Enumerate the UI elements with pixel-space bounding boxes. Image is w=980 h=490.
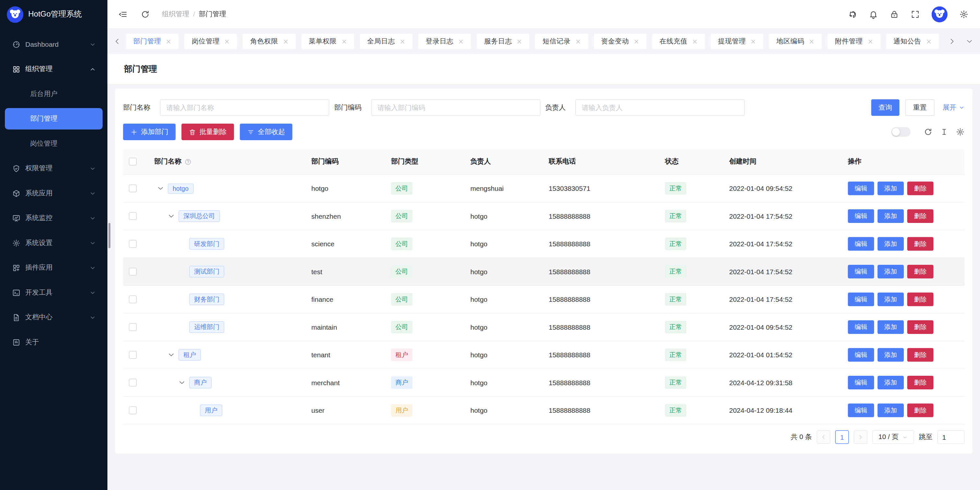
department-name-tag[interactable]: 研发部门 (189, 238, 224, 250)
search-input-部门编码[interactable] (371, 99, 541, 116)
edit-row-button[interactable]: 编辑 (848, 209, 874, 223)
department-name-tag[interactable]: 深圳总公司 (179, 210, 220, 222)
tab-提现管理[interactable]: 提现管理 (711, 34, 764, 49)
tab-短信记录[interactable]: 短信记录 (535, 34, 588, 49)
delete-row-button[interactable]: 删除 (907, 209, 934, 223)
department-name-tag[interactable]: hotgo (168, 184, 194, 194)
delete-row-button[interactable]: 删除 (907, 293, 934, 306)
delete-row-button[interactable]: 删除 (907, 320, 934, 334)
delete-row-button[interactable]: 删除 (907, 404, 934, 417)
tab-全局日志[interactable]: 全局日志 (360, 34, 412, 49)
department-name-tag[interactable]: 财务部门 (189, 294, 224, 305)
tab-通知公告[interactable]: 通知公告 (886, 34, 939, 49)
close-tab-icon[interactable] (458, 38, 464, 44)
sidebar-item-开发工具[interactable]: 开发工具 (5, 282, 103, 303)
close-tab-icon[interactable] (342, 38, 347, 44)
close-tab-icon[interactable] (926, 38, 932, 44)
tab-附件管理[interactable]: 附件管理 (827, 34, 880, 49)
edit-row-button[interactable]: 编辑 (848, 320, 874, 334)
expand-row-icon[interactable] (167, 351, 175, 359)
add-row-button[interactable]: 添加 (878, 209, 904, 223)
sidebar-item-组织管理[interactable]: 组织管理 (5, 58, 103, 80)
tab-菜单权限[interactable]: 菜单权限 (301, 34, 354, 49)
add-row-button[interactable]: 添加 (878, 404, 904, 417)
department-name-tag[interactable]: 商户 (189, 377, 212, 388)
content-scrollbar-thumb[interactable] (109, 223, 111, 248)
expand-row-icon[interactable] (178, 379, 186, 386)
row-checkbox[interactable] (129, 407, 137, 414)
add-row-button[interactable]: 添加 (878, 265, 904, 278)
add-row-button[interactable]: 添加 (878, 348, 904, 362)
expand-search-link[interactable]: 展开 (943, 103, 965, 112)
column-settings-gear-icon[interactable] (956, 128, 965, 136)
department-name-tag[interactable]: 运维部门 (189, 321, 224, 333)
close-tab-icon[interactable] (400, 38, 406, 44)
edit-row-button[interactable]: 编辑 (848, 237, 874, 251)
notification-bell-icon[interactable] (869, 10, 878, 19)
close-tab-icon[interactable] (751, 38, 756, 44)
tab-服务日志[interactable]: 服务日志 (477, 34, 529, 49)
tab-部门管理[interactable]: 部门管理 (126, 34, 179, 49)
add-row-button[interactable]: 添加 (878, 320, 904, 334)
row-checkbox[interactable] (129, 185, 137, 192)
sidebar-item-岗位管理[interactable]: 岗位管理 (5, 133, 103, 155)
row-checkbox[interactable] (129, 268, 137, 276)
edit-row-button[interactable]: 编辑 (848, 293, 874, 306)
row-checkbox[interactable] (129, 323, 137, 331)
tab-角色权限[interactable]: 角色权限 (243, 34, 296, 49)
reload-page-icon[interactable] (141, 10, 150, 19)
department-name-tag[interactable]: 用户 (200, 405, 223, 417)
batch-delete-button[interactable]: 批量删除 (181, 124, 234, 140)
edit-row-button[interactable]: 编辑 (848, 265, 874, 278)
sidebar-item-插件应用[interactable]: 插件应用 (5, 257, 103, 278)
edit-row-button[interactable]: 编辑 (848, 404, 874, 417)
sidebar-item-系统设置[interactable]: 系统设置 (5, 232, 103, 254)
delete-row-button[interactable]: 删除 (907, 182, 934, 195)
tabs-menu-icon[interactable] (966, 38, 974, 45)
app-logo[interactable]: HotGo管理系统 (0, 0, 108, 29)
delete-row-button[interactable]: 删除 (907, 265, 934, 278)
tab-登录日志[interactable]: 登录日志 (418, 34, 471, 49)
query-button[interactable]: 查询 (871, 99, 900, 116)
close-tab-icon[interactable] (224, 38, 230, 44)
add-row-button[interactable]: 添加 (878, 376, 904, 389)
tabs-scroll-left-icon[interactable] (113, 38, 121, 45)
reset-button[interactable]: 重置 (905, 99, 935, 116)
row-checkbox[interactable] (129, 379, 137, 386)
delete-row-button[interactable]: 删除 (907, 348, 934, 362)
breadcrumb-current[interactable]: 部门管理 (199, 10, 226, 19)
sidebar-item-文档中心[interactable]: 文档中心 (5, 306, 103, 328)
tab-岗位管理[interactable]: 岗位管理 (185, 34, 237, 49)
sidebar-item-权限管理[interactable]: 权限管理 (5, 158, 103, 179)
help-question-icon[interactable] (185, 158, 192, 166)
search-input-部门名称[interactable] (160, 99, 329, 116)
close-tab-icon[interactable] (283, 38, 288, 44)
close-tab-icon[interactable] (634, 38, 639, 44)
sidebar-item-部门管理[interactable]: 部门管理 (5, 108, 103, 129)
user-avatar[interactable] (932, 6, 948, 22)
striped-toggle[interactable] (891, 127, 911, 137)
add-department-button[interactable]: 添加部门 (123, 124, 176, 140)
github-icon[interactable] (848, 10, 858, 19)
tabs-scroll-right-icon[interactable] (948, 38, 956, 45)
tab-在线充值[interactable]: 在线充值 (652, 34, 705, 49)
sidebar-item-系统监控[interactable]: 系统监控 (5, 207, 103, 229)
breadcrumb-parent[interactable]: 组织管理 (162, 10, 189, 19)
department-name-tag[interactable]: 测试部门 (189, 266, 224, 278)
sidebar-item-后台用户[interactable]: 后台用户 (5, 83, 103, 105)
row-checkbox[interactable] (129, 212, 137, 220)
select-all-checkbox[interactable] (129, 158, 137, 166)
close-tab-icon[interactable] (867, 38, 873, 44)
delete-row-button[interactable]: 删除 (907, 237, 934, 251)
refresh-table-icon[interactable] (924, 128, 933, 136)
close-tab-icon[interactable] (575, 38, 581, 44)
settings-gear-icon[interactable] (959, 10, 969, 19)
fullscreen-icon[interactable] (911, 10, 920, 19)
density-icon[interactable] (940, 128, 948, 136)
close-tab-icon[interactable] (692, 38, 698, 44)
sidebar-item-Dashboard[interactable]: Dashboard (5, 34, 103, 55)
page-1-button[interactable]: 1 (835, 430, 849, 444)
close-tab-icon[interactable] (166, 38, 172, 44)
expand-row-icon[interactable] (157, 185, 164, 192)
row-checkbox[interactable] (129, 351, 137, 359)
